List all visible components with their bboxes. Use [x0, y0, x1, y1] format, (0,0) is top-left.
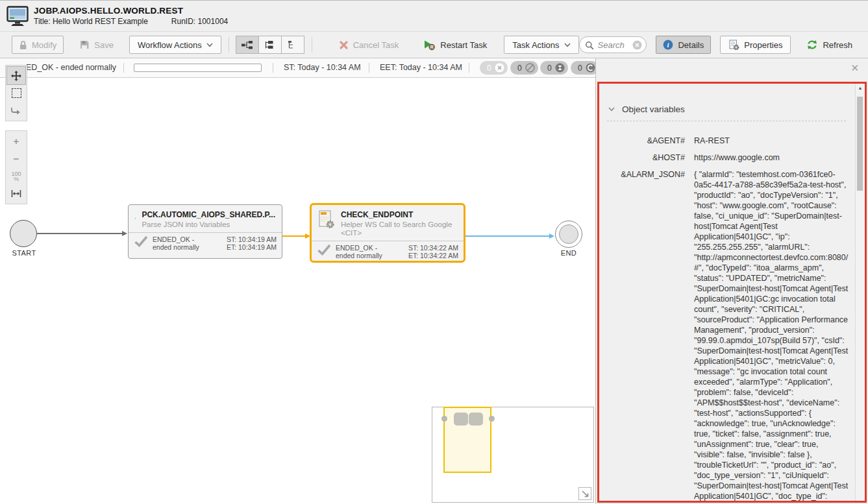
variable-name: &HOST#	[599, 152, 685, 163]
start-time-text: ST: Today - 10:34 AM	[284, 63, 361, 72]
execution-status-text: ED_OK - ended normally	[26, 63, 116, 72]
search-field	[579, 36, 647, 53]
marquee-select-tool-button[interactable]	[7, 84, 25, 102]
search-icon	[585, 41, 594, 50]
zoom-level-button[interactable]: 100 %	[7, 167, 25, 185]
minimap-start-node	[441, 416, 447, 422]
task-end-time: ET: 10:34:19 AM	[227, 243, 277, 251]
progress-bar	[134, 64, 262, 72]
resize-arrow-icon	[581, 490, 589, 498]
task-subtitle-2: <CIT>	[341, 229, 452, 237]
task-end-time: ET: 10:34:22 AM	[408, 252, 458, 259]
zoom-out-button[interactable]: −	[7, 150, 25, 167]
blocked-counter[interactable]: 0	[510, 61, 538, 75]
close-panel-icon[interactable]: ✕	[850, 64, 859, 73]
view-outline-button[interactable]	[281, 36, 304, 54]
pan-tool-button[interactable]	[7, 67, 25, 84]
job-object-type-icon	[318, 210, 335, 229]
properties-label: Properties	[744, 40, 782, 50]
canvas-overview-minimap[interactable]	[432, 407, 594, 503]
restart-task-button[interactable]: R Restart Task	[417, 36, 493, 54]
properties-button[interactable]: Properties	[720, 36, 791, 54]
object-variables-section-header[interactable]: Object variables	[608, 104, 855, 114]
view-list-button[interactable]	[258, 36, 282, 54]
workflow-actions-dropdown[interactable]: Workflow Actions	[129, 36, 221, 54]
canvas-tool-palette: + − 100 %	[5, 65, 27, 213]
variable-row: &AGENT# RA-REST	[599, 136, 855, 146]
minimap-resize-handle[interactable]	[578, 487, 591, 500]
fit-to-width-button[interactable]	[7, 185, 25, 202]
main-area: ED_OK - ended normally ST: Today - 10:34…	[0, 58, 868, 504]
cancel-x-icon	[339, 40, 349, 50]
active-counter[interactable]: 0	[571, 61, 595, 75]
svg-text:R: R	[430, 45, 434, 49]
fit-width-icon	[11, 189, 21, 198]
task-status: ENDED_OK - ended normally	[336, 244, 404, 259]
view-workflow-button[interactable]	[236, 36, 259, 54]
scrollbar-up-arrow-icon[interactable]: ▲	[856, 86, 865, 90]
refresh-button[interactable]: Refresh	[800, 36, 859, 54]
task-subtitle: Helper WS Call to Search Google	[341, 221, 452, 229]
connector-tool-button[interactable]	[7, 102, 25, 119]
object-subtitle-row: Title: Hello World REST ExampleRunID: 10…	[34, 17, 228, 26]
edge-task2-to-end	[465, 235, 549, 237]
clock-icon	[586, 63, 595, 73]
save-label: Save	[94, 40, 114, 50]
counter-value: 0	[487, 64, 491, 73]
details-highlighted-area: Object variables &AGENT# RA-REST &HOST# …	[597, 82, 867, 503]
end-node-label: END	[554, 249, 583, 257]
task-node-titles: CHECK_ENDPOINT Helper WS Call to Search …	[341, 210, 452, 237]
edge-task1-to-task2	[282, 235, 305, 237]
page-title: JOBP.AIOPS.HELLO.WORLD.REST	[34, 6, 228, 16]
task-start-time: ST: 10:34:19 AM	[227, 235, 277, 243]
task-node-check-endpoint[interactable]: CHECK_ENDPOINT Helper WS Call to Search …	[310, 203, 465, 263]
variable-row: &ALARM_JSON# { "alarmId": "testemhost.co…	[599, 169, 855, 501]
task-status-line2: ended normally	[153, 243, 222, 251]
task-node-header: CHECK_ENDPOINT Helper WS Call to Search …	[312, 205, 464, 241]
zoom-level-indicator: 100 %	[11, 171, 21, 182]
task-node-status-row: ENDED_OK - ended normally ST: 10:34:22 A…	[312, 241, 464, 262]
plus-icon: +	[14, 136, 19, 147]
workflow-view-icon	[241, 40, 253, 50]
details-toggle-button[interactable]: i Details	[656, 36, 711, 54]
details-scrollbar[interactable]: ▲	[855, 84, 865, 501]
aborted-counter[interactable]: 0	[480, 61, 508, 75]
workflow-canvas-area: ED_OK - ended normally ST: Today - 10:34…	[0, 58, 595, 504]
task-actions-dropdown[interactable]: Task Actions	[504, 36, 578, 54]
modify-button[interactable]: Modify	[12, 36, 64, 54]
execution-status-bar: ED_OK - ended normally ST: Today - 10:34…	[0, 58, 595, 78]
object-header: JOBP.AIOPS.HELLO.WORLD.REST Title: Hello…	[0, 1, 868, 32]
toolbar-separator	[312, 37, 312, 53]
details-content: Object variables &AGENT# RA-REST &HOST# …	[599, 84, 855, 501]
cancel-task-button[interactable]: Cancel Task	[332, 36, 406, 54]
connector-icon	[10, 106, 22, 116]
workflow-end-node[interactable]	[555, 221, 582, 248]
task-subtitle: Parse JSON into Variables	[142, 221, 275, 229]
waiting-counter[interactable]: 0	[540, 61, 568, 75]
object-header-titles: JOBP.AIOPS.HELLO.WORLD.REST Title: Hello…	[34, 6, 228, 26]
save-button[interactable]: Save	[73, 36, 120, 54]
workflow-start-node[interactable]	[10, 220, 37, 247]
zoom-tool-group: + − 100 %	[5, 130, 27, 204]
statusbar-separator	[123, 63, 124, 73]
variable-value: { "alarmId": "testemhost.com-0361fce0-0a…	[694, 169, 855, 501]
start-node-label: START	[7, 249, 41, 257]
counter-value: 0	[578, 64, 582, 73]
scrollbar-thumb[interactable]	[857, 97, 863, 191]
task-node-titles: PCK.AUTOMIC_AIOPS_SHARED.P... Parse JSON…	[142, 210, 275, 229]
variable-name: &ALARM_JSON#	[599, 169, 685, 501]
zoom-in-button[interactable]: +	[7, 132, 25, 150]
variable-row: &HOST# https://www.google.com	[599, 152, 855, 163]
details-label: Details	[678, 40, 704, 50]
clear-search-icon[interactable]	[632, 40, 642, 50]
edge-start-to-task1	[37, 233, 122, 234]
marquee-icon	[12, 88, 21, 98]
counter-value: 0	[517, 64, 522, 73]
workflow-actions-label: Workflow Actions	[138, 40, 202, 50]
info-icon: i	[663, 40, 673, 50]
view-toggle-group	[236, 36, 304, 54]
search-input[interactable]	[598, 38, 630, 52]
variable-value: https://www.google.com	[694, 152, 855, 163]
task-node-pck-parse-json[interactable]: PCK.AUTOMIC_AIOPS_SHARED.P... Parse JSON…	[128, 204, 282, 259]
statusbar-separator	[469, 63, 469, 73]
